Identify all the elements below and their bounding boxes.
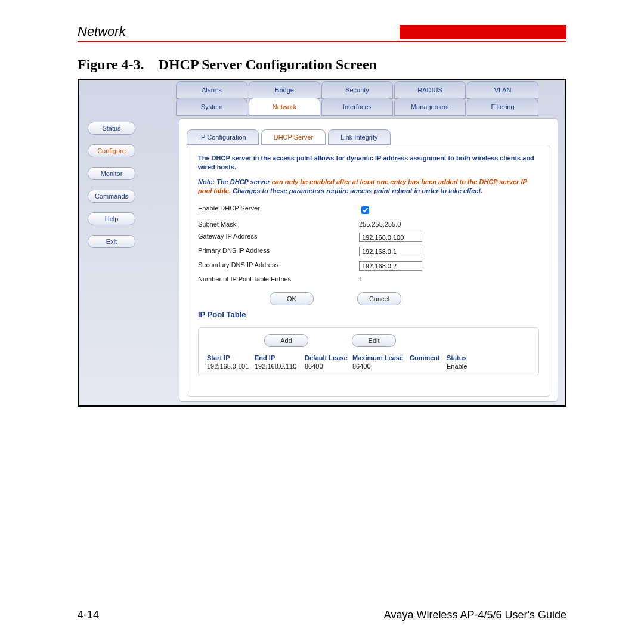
field-label: Primary DNS IP Address	[198, 247, 359, 256]
tab-network[interactable]: Network	[249, 98, 320, 116]
form-row: Secondary DNS IP Address	[198, 261, 539, 271]
col-header: Default Lease	[305, 354, 352, 361]
col-header: Maximum Lease	[352, 354, 410, 361]
tab-security[interactable]: Security	[321, 81, 393, 99]
sidebar-item-exit[interactable]: Exit	[88, 235, 135, 248]
field-value: 1	[359, 275, 363, 283]
figure-label: Figure 4-3.	[78, 57, 144, 72]
inner-panel: The DHCP server in the access point allo…	[187, 145, 550, 397]
page-number: 4-14	[78, 609, 99, 621]
field-label: Gateway IP Address	[198, 233, 359, 242]
description-text: The DHCP server in the access point allo…	[198, 154, 539, 172]
field-value: 255.255.255.0	[359, 221, 401, 228]
table-cell: 192.168.0.110	[255, 363, 305, 370]
ip-pool-table-box: Add Edit Start IPEnd IPDefault LeaseMaxi…	[198, 327, 539, 376]
ip-pool-section-title: IP Pool Table	[198, 310, 539, 319]
col-header: Status	[447, 354, 530, 361]
tab-vlan[interactable]: VLAN	[467, 81, 538, 99]
tab-management[interactable]: Management	[394, 98, 466, 116]
note-text: Note: The DHCP server can only be enable…	[198, 178, 539, 196]
col-header: Start IP	[207, 354, 255, 361]
tab-system[interactable]: System	[176, 98, 247, 116]
tab-bridge[interactable]: Bridge	[249, 81, 320, 99]
col-header: End IP	[255, 354, 305, 361]
form-row: Enable DHCP Server	[198, 205, 539, 216]
sidebar-item-status[interactable]: Status	[88, 122, 135, 135]
tab-alarms[interactable]: Alarms	[176, 81, 247, 99]
field-label: Secondary DNS IP Address	[198, 261, 359, 271]
form-row: Primary DNS IP Address	[198, 247, 539, 256]
sidebar-item-configure[interactable]: Configure	[88, 144, 135, 157]
top-tabs-row2: SystemNetworkInterfacesManagementFilteri…	[176, 98, 561, 117]
edit-button[interactable]: Edit	[352, 334, 396, 347]
table-cell	[410, 363, 447, 370]
figure-caption: Figure 4-3. DHCP Server Configuration Sc…	[78, 57, 566, 73]
add-button[interactable]: Add	[264, 334, 308, 347]
sidebar-item-help[interactable]: Help	[88, 212, 135, 225]
table-cell: 86400	[305, 363, 352, 370]
subtab-ip-configuration[interactable]: IP Configuration	[187, 129, 259, 145]
form-row: Number of IP Pool Table Entries1	[198, 275, 539, 283]
note-tail: Changes to these parameters require acce…	[231, 187, 482, 194]
section-header: Network	[78, 24, 400, 39]
ok-button[interactable]: OK	[270, 292, 314, 305]
sidebar-item-monitor[interactable]: Monitor	[88, 167, 135, 180]
table-row: 192.168.0.101192.168.0.1108640086400Enab…	[207, 363, 530, 370]
subtab-link-integrity[interactable]: Link Integrity	[328, 129, 390, 145]
guide-title: Avaya Wireless AP-4/5/6 User's Guide	[384, 609, 566, 621]
pool-table-header: Start IPEnd IPDefault LeaseMaximum Lease…	[207, 354, 530, 361]
text-input[interactable]	[359, 233, 422, 242]
tab-filtering[interactable]: Filtering	[467, 98, 538, 116]
table-cell: 192.168.0.101	[207, 363, 255, 370]
text-input[interactable]	[359, 261, 422, 271]
table-cell: 86400	[352, 363, 410, 370]
sub-tabs: IP ConfigurationDHCP ServerLink Integrit…	[187, 129, 393, 145]
top-tabs-row1: AlarmsBridgeSecurityRADIUSVLAN	[176, 81, 561, 99]
table-cell: Enable	[447, 363, 530, 370]
form-button-row: OK Cancel	[270, 292, 539, 305]
figure-title: DHCP Server Configuration Screen	[159, 57, 377, 72]
sidebar: StatusConfigureMonitorCommandsHelpExit	[85, 122, 138, 258]
text-input[interactable]	[359, 247, 422, 256]
col-header: Comment	[410, 354, 447, 361]
note-lead: Note: The DHCP server	[198, 178, 272, 185]
field-label: Number of IP Pool Table Entries	[198, 275, 359, 283]
enable-dhcp-checkbox[interactable]	[361, 206, 369, 214]
header-rule	[78, 41, 566, 42]
tab-interfaces[interactable]: Interfaces	[321, 98, 393, 116]
page-footer: 4-14 Avaya Wireless AP-4/5/6 User's Guid…	[78, 609, 566, 621]
sidebar-item-commands[interactable]: Commands	[88, 190, 135, 203]
form-row: Subnet Mask255.255.255.0	[198, 221, 539, 228]
tab-radius[interactable]: RADIUS	[394, 81, 466, 99]
form-row: Gateway IP Address	[198, 233, 539, 242]
field-label: Enable DHCP Server	[198, 205, 359, 216]
cancel-button[interactable]: Cancel	[357, 292, 401, 305]
main-panel: IP ConfigurationDHCP ServerLink Integrit…	[179, 118, 558, 402]
field-label: Subnet Mask	[198, 221, 359, 228]
header-redbar	[400, 25, 566, 39]
subtab-dhcp-server[interactable]: DHCP Server	[261, 129, 326, 145]
screenshot: StatusConfigureMonitorCommandsHelpExit A…	[78, 79, 566, 407]
